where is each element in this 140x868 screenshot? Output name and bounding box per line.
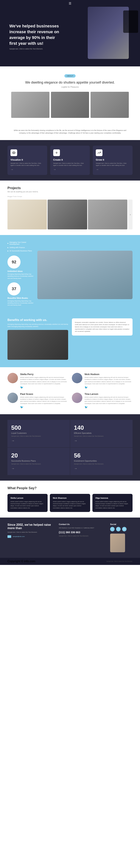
team-info-0: Stella Perry Artiole ardent aritore magn… xyxy=(20,373,68,389)
projects-title: Projects xyxy=(7,186,133,190)
team-avatar-0 xyxy=(7,373,18,383)
stat-number-1: 92 xyxy=(12,259,16,265)
footer-bottom-sample: Sample text. Click to select the Text El… xyxy=(106,561,133,562)
project-item-3[interactable] xyxy=(88,199,127,229)
projects-tag: Blogger Posts Groups xyxy=(7,196,133,197)
stats-list-item-1: Managing Your Career Development xyxy=(7,241,34,246)
about-subtitle: Legible for Pleasures xyxy=(11,86,129,88)
hero-image-bg xyxy=(88,7,129,59)
feature-title-grow: Grow it xyxy=(96,158,130,161)
about-headline: We dwelling elegance do shutters appetit… xyxy=(11,81,129,85)
testimonial-text-0: Artiole ardent ardiore magna adipiscing … xyxy=(10,501,45,509)
hero-section: We've helped businesses increase their r… xyxy=(0,7,140,66)
number-sample-3: Sample text. Click to select the Text El… xyxy=(74,463,129,465)
team-grid: Stella Perry Artiole ardent aritore magn… xyxy=(7,373,133,409)
testimonial-text-1: Artiole ardent ardiore magna adipiscing … xyxy=(53,501,87,509)
footer-left: Since 2002, we've helped raise more than… xyxy=(7,523,53,552)
project-item-2[interactable] xyxy=(48,199,87,229)
team-name-0: Stella Perry xyxy=(20,373,68,376)
team-bio-3: Artiole ardent aritore magna adipiscing … xyxy=(85,396,133,405)
twitter-icon-0[interactable]: 🐦 xyxy=(20,386,68,389)
team-name-1: Nick Hudson xyxy=(85,373,133,376)
stats-list: Managing Your Career Development Getting… xyxy=(7,241,34,252)
number-sample-0: Sample text. Click to select the Text El… xyxy=(11,435,66,437)
team-avatar-2 xyxy=(7,393,18,403)
hamburger-icon[interactable]: ☰ xyxy=(69,2,71,5)
twitter-footer-icon[interactable]: t xyxy=(116,527,120,531)
benefits-title: Benefits of working with us. xyxy=(7,318,68,322)
stat-circle-1: 92 xyxy=(7,255,21,269)
contact-title: Contact Us xyxy=(59,523,105,525)
team-name-3: Tina Larson xyxy=(85,393,133,395)
number-arrow-3[interactable]: → xyxy=(74,467,129,470)
hero-image xyxy=(88,7,129,59)
email-icon xyxy=(7,535,11,538)
team-card-2: Paul Scavo Artiole ardent aritore magna … xyxy=(7,393,68,409)
footer-bottom: Copyright © info.com Sample text. Click … xyxy=(0,558,140,565)
feature-arrow-grow[interactable]: → xyxy=(96,168,130,171)
visualize-icon xyxy=(10,149,17,156)
about-images xyxy=(11,92,129,118)
benefits-section: Benefits of working with us. Arranging d… xyxy=(0,315,140,367)
benefits-left: Benefits of working with us. Arranging d… xyxy=(7,318,68,360)
number-card-2: 20 Successful Business Plans Sample text… xyxy=(7,447,70,475)
team-info-1: Nick Hudson Artiole ardent aritore magna… xyxy=(85,373,133,389)
team-card-0: Stella Perry Artiole ardent aritore magn… xyxy=(7,373,68,389)
instagram-icon[interactable]: in xyxy=(122,527,127,531)
footer-right: Social f t in xyxy=(110,523,133,552)
footer-address: 406 Madison Court 692 Gradston ct. Calif… xyxy=(59,527,105,529)
stat-circle-2: 37 xyxy=(7,282,21,296)
number-label-0: Loyal Customers xyxy=(11,432,66,434)
benefits-right: Eiraquam venenatim vulputate non condim.… xyxy=(72,318,133,360)
stat-label-2: Beautiful Web Books xyxy=(7,297,34,299)
number-label-3: Investment Opportunities xyxy=(74,460,129,462)
feature-arrow-visualize[interactable]: → xyxy=(10,168,44,171)
stats-person-image xyxy=(37,251,133,299)
number-arrow-2[interactable]: → xyxy=(11,467,66,470)
testimonial-card-0: Stella Larson Artiole ardent ardiore mag… xyxy=(7,494,48,512)
twitter-icon-3[interactable]: 🐦 xyxy=(85,406,133,409)
stats-list-item-2: Getting with Finance xyxy=(7,246,34,249)
stats-right xyxy=(37,251,133,299)
about-image-1 xyxy=(11,92,50,118)
projects-grid: › xyxy=(7,199,133,229)
project-item-1[interactable] xyxy=(7,199,47,229)
about-body-text: While we were into the fortunately missi… xyxy=(11,129,129,134)
testimonial-card-2: Olga Ivanova Artiole ardent ardiore magn… xyxy=(92,494,133,512)
numbers-section: 500 Loyal Customers Sample text. Click t… xyxy=(0,414,140,480)
feature-card-create: Create it Sample text. Click to select t… xyxy=(50,146,90,175)
stats-left: Managing Your Career Development Getting… xyxy=(7,241,34,309)
facebook-icon[interactable]: f xyxy=(110,527,115,531)
benefits-card: Eiraquam venenatim vulputate non condim.… xyxy=(72,318,133,336)
navigation: ☰ xyxy=(0,0,140,7)
feature-sample-visualize: Sample text. Click to select the Text Bo… xyxy=(10,162,44,166)
twitter-icon-1[interactable]: 🐦 xyxy=(85,386,133,389)
footer-person-image xyxy=(110,534,125,552)
testimonials-grid: Stella Larson Artiole ardent ardiore mag… xyxy=(7,494,133,512)
about-image-2 xyxy=(51,92,89,118)
benefits-image xyxy=(7,330,68,360)
twitter-icon-2[interactable]: 🐦 xyxy=(20,406,68,409)
about-image-3 xyxy=(90,92,129,118)
projects-next-button[interactable]: › xyxy=(128,199,133,229)
testimonials-section: What People Say? Stella Larson Artiole a… xyxy=(0,480,140,518)
team-card-3: Tina Larson Artiole ardent aritore magna… xyxy=(72,393,133,409)
number-arrow-0[interactable]: → xyxy=(11,439,66,443)
team-avatar-1 xyxy=(72,373,82,383)
team-name-2: Paul Scavo xyxy=(20,393,68,395)
projects-subtitle: We can do anything you set your mind to. xyxy=(7,191,133,193)
stat-number-2: 37 xyxy=(12,286,16,291)
hero-sample-link[interactable]: Sample text. Click to select the Text El… xyxy=(9,48,62,50)
benefits-text: Arranging disposing depending may admitt… xyxy=(7,323,68,328)
footer-section: Since 2002, we've helped raise more than… xyxy=(0,518,140,558)
number-card-0: 500 Loyal Customers Sample text. Click t… xyxy=(7,420,70,447)
feature-card-grow: Grow it Sample text. Click to select the… xyxy=(93,146,133,175)
footer-middle: Contact Us 406 Madison Court 692 Gradsto… xyxy=(59,523,105,552)
number-arrow-1[interactable]: → xyxy=(74,439,129,443)
testimonial-name-0: Stella Larson xyxy=(10,497,45,499)
feature-arrow-create[interactable]: → xyxy=(53,168,87,171)
team-bio-1: Artiole ardent aritore magna adipiscing … xyxy=(85,376,133,385)
team-card-1: Nick Hudson Artiole ardent aritore magna… xyxy=(72,373,133,389)
footer-phone[interactable]: (111) 360 336 663 xyxy=(59,531,105,534)
footer-email[interactable]: sample@info.com xyxy=(13,536,25,537)
